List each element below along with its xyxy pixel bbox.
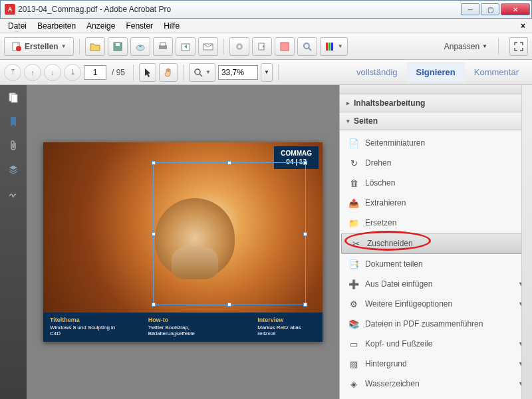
signieren-link[interactable]: Signieren — [407, 62, 465, 82]
sidebar-attachments[interactable] — [6, 138, 21, 153]
sidebar-layers[interactable] — [6, 162, 21, 177]
crop-handle[interactable] — [152, 303, 156, 307]
svg-point-13 — [304, 43, 309, 49]
vollstaendig-link[interactable]: vollständig — [347, 62, 406, 82]
zoom-tool-button[interactable]: ▼ — [189, 63, 215, 82]
pages-item-extrahieren[interactable]: 📤Extrahieren — [340, 193, 532, 213]
last-page-button[interactable]: ⤓ — [64, 64, 81, 81]
crop-handle[interactable] — [303, 303, 307, 307]
pages-item-aus-datei-einf-gen[interactable]: ➕Aus Datei einfügen▼ — [340, 274, 532, 294]
item-label: Dateien in PDF zusammenführen — [365, 319, 483, 329]
pages-item-dateien-in-pdf-zusammenf-hren[interactable]: 📚Dateien in PDF zusammenführen — [340, 314, 532, 334]
form-button[interactable] — [275, 37, 295, 56]
zoom-dropdown-button[interactable]: ▼ — [261, 63, 273, 82]
sidebar-signatures[interactable] — [6, 186, 21, 201]
menubar: Datei Bearbeiten Anzeige Fenster Hilfe × — [0, 19, 532, 33]
document-close-button[interactable]: × — [517, 20, 529, 32]
prev-page-button[interactable]: ↑ — [24, 64, 41, 81]
create-button[interactable]: Erstellen ▼ — [4, 37, 74, 56]
hand-icon — [164, 68, 173, 77]
badge-title: COMMAG — [281, 149, 312, 158]
chevron-down-icon: ▼ — [338, 43, 343, 49]
magnifier-icon — [194, 68, 203, 77]
menu-hilfe[interactable]: Hilfe — [158, 20, 185, 32]
print-button[interactable] — [153, 37, 173, 56]
pages-item-kopf-und-fu-zeile[interactable]: ▭Kopf- und Fußzeile▼ — [340, 334, 532, 354]
pages-tool-list: 📄Seitenminiaturen↻Drehen🗑Löschen📤Extrahi… — [340, 130, 532, 396]
crop-handle[interactable] — [303, 161, 307, 165]
window-titlebar: A 2013-04_Commag.pdf - Adobe Acrobat Pro… — [0, 0, 532, 19]
open-button[interactable] — [85, 37, 105, 56]
document-viewport[interactable]: COMMAG 04 | 13 TitelthemaWindows 8 und S… — [27, 85, 339, 399]
menu-anzeige[interactable]: Anzeige — [81, 20, 120, 32]
pages-item-drehen[interactable]: ↻Drehen — [340, 153, 532, 173]
layers-icon — [8, 164, 19, 175]
svg-rect-17 — [331, 43, 333, 51]
item-label: Dokument teilen — [365, 259, 423, 269]
pages-item-seitenminiaturen[interactable]: 📄Seitenminiaturen — [340, 133, 532, 153]
minimize-button[interactable]: ─ — [461, 3, 479, 15]
pages-item-wasserzeichen[interactable]: ◈Wasserzeichen▼ — [340, 374, 532, 394]
section-inhaltsbearbeitung[interactable]: ▸Inhaltsbearbeitung — [340, 94, 532, 112]
pages-item-hintergrund[interactable]: ▨Hintergrund▼ — [340, 354, 532, 374]
color-button[interactable]: ▼ — [320, 37, 348, 56]
crop-handle[interactable] — [303, 232, 307, 236]
scrollbar[interactable] — [521, 85, 532, 399]
close-button[interactable]: ✕ — [501, 3, 530, 15]
menu-datei[interactable]: Datei — [3, 20, 32, 32]
edit-tool-button[interactable] — [229, 37, 249, 56]
pages-item-weitere-einf-geoptionen[interactable]: ⚙Weitere Einfügeoptionen▼ — [340, 294, 532, 314]
maximize-button[interactable]: ▢ — [481, 3, 499, 15]
cloud-upload-icon — [135, 41, 146, 52]
pages-item-zuschneiden[interactable]: ✂Zuschneiden — [341, 233, 531, 254]
item-label: Ersetzen — [365, 218, 396, 227]
hand-tool-button[interactable] — [159, 63, 178, 82]
paperclip-icon — [9, 140, 18, 151]
sidebar-thumbnails[interactable] — [6, 90, 21, 105]
item-label: Extrahieren — [365, 198, 406, 207]
bookmark-icon — [9, 116, 18, 127]
footer-col-text: Windows 8 und Sculpting in C4D — [50, 325, 122, 336]
crop-handle[interactable] — [152, 232, 156, 236]
menu-fenster[interactable]: Fenster — [120, 20, 158, 32]
customize-button[interactable]: Anpassen▼ — [439, 39, 493, 54]
crop-handle[interactable] — [152, 161, 156, 165]
signature-icon — [8, 188, 19, 199]
kommentar-link[interactable]: Kommentar — [465, 62, 528, 82]
crop-handle[interactable] — [227, 161, 231, 165]
form-icon — [279, 41, 290, 52]
zoom-input[interactable] — [218, 65, 258, 80]
pdf-page: COMMAG 04 | 13 TitelthemaWindows 8 und S… — [43, 142, 323, 342]
section-seiten[interactable]: ▾Seiten — [340, 112, 532, 130]
fullscreen-button[interactable] — [509, 37, 528, 56]
export-button[interactable] — [252, 37, 272, 56]
next-page-button[interactable]: ↓ — [44, 64, 61, 81]
page-total-label: / 95 — [112, 68, 125, 77]
pages-item-dokument-teilen[interactable]: 📑Dokument teilen — [340, 254, 532, 274]
first-page-button[interactable]: ⤒ — [4, 64, 21, 81]
crop-selection[interactable] — [153, 162, 306, 305]
sidebar-bookmarks[interactable] — [6, 114, 21, 129]
search-icon — [302, 41, 313, 52]
chevron-down-icon: ▼ — [482, 43, 487, 49]
share-button[interactable] — [176, 37, 196, 56]
search-button[interactable] — [297, 37, 317, 56]
cloud-button[interactable] — [130, 37, 150, 56]
save-button[interactable] — [108, 37, 128, 56]
create-icon — [11, 41, 22, 52]
pages-item-l-schen[interactable]: 🗑Löschen — [340, 173, 532, 193]
item-icon: ↻ — [348, 157, 360, 169]
email-button[interactable] — [198, 37, 218, 56]
menu-bearbeiten[interactable]: Bearbeiten — [32, 20, 81, 32]
main-area: COMMAG 04 | 13 TitelthemaWindows 8 und S… — [0, 85, 532, 399]
page-footer: TitelthemaWindows 8 und Sculpting in C4D… — [43, 313, 323, 342]
color-bars-icon — [325, 41, 335, 52]
item-label: Löschen — [365, 178, 395, 188]
customize-label: Anpassen — [444, 42, 479, 51]
select-tool-button[interactable] — [139, 63, 156, 82]
footer-col-title: Titelthema — [50, 317, 122, 323]
pages-item-ersetzen[interactable]: 📁Ersetzen — [340, 213, 532, 233]
crop-handle[interactable] — [227, 303, 231, 307]
page-number-input[interactable] — [84, 65, 106, 80]
pages-icon — [8, 92, 19, 103]
